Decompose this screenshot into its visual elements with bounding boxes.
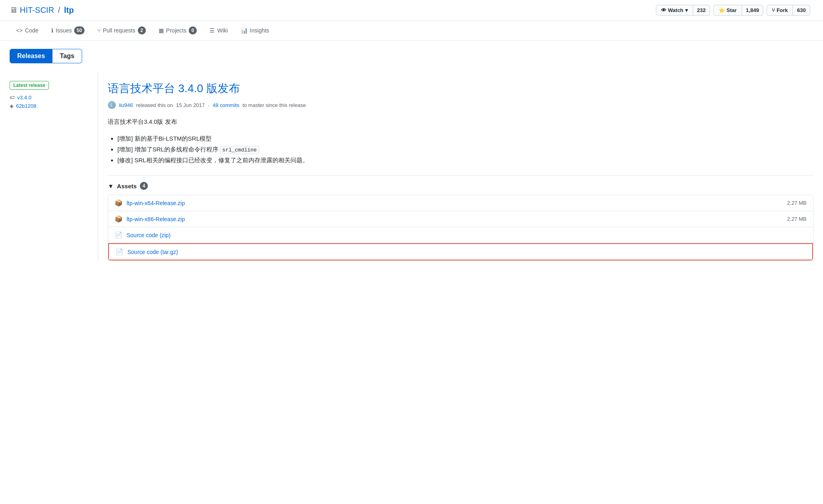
star-group: ⭐ Star 1,849 bbox=[713, 5, 763, 16]
code-inline: srl_cmdline bbox=[220, 146, 259, 154]
author-link[interactable]: liu946 bbox=[119, 102, 133, 108]
pr-icon: ⑂ bbox=[97, 27, 101, 34]
projects-badge: 0 bbox=[189, 26, 197, 34]
star-count[interactable]: 1,849 bbox=[742, 5, 764, 16]
tab-issues[interactable]: ℹ Issues 50 bbox=[45, 21, 91, 41]
zip-icon: 📦 bbox=[115, 215, 123, 223]
page-header: 🖥 HIT-SCIR / ltp 👁 Watch ▾ 232 ⭐ Star 1,… bbox=[0, 0, 823, 21]
fork-group: ⑂ Fork 630 bbox=[767, 5, 810, 16]
fork-count[interactable]: 630 bbox=[793, 5, 810, 16]
watch-button[interactable]: 👁 Watch ▾ bbox=[656, 5, 693, 16]
commits-link[interactable]: 48 commits bbox=[213, 102, 239, 108]
watch-group: 👁 Watch ▾ 232 bbox=[656, 5, 710, 16]
asset-size: 2.27 MB bbox=[787, 216, 807, 222]
zip-icon: 📦 bbox=[115, 199, 123, 207]
repo-title: 🖥 HIT-SCIR / ltp bbox=[10, 6, 74, 15]
insights-icon: 📊 bbox=[241, 27, 248, 34]
asset-item-highlighted: 📄 Source code (tar.gz) bbox=[108, 243, 813, 260]
commits-suffix: to master since this release bbox=[242, 102, 306, 108]
assets-list: 📦 ltp-win-x64-Release.zip 2.27 MB 📦 ltp-… bbox=[108, 195, 813, 261]
released-text: released this on bbox=[136, 102, 173, 108]
release-meta: L liu946 released this on 15 Jun 2017 · … bbox=[108, 101, 813, 109]
eye-icon: 👁 bbox=[661, 7, 666, 13]
sidebar-commit: ◈ 62b1208 bbox=[10, 103, 91, 109]
nav-tabs: <> Code ℹ Issues 50 ⑂ Pull requests 2 ▦ … bbox=[0, 21, 823, 41]
repo-icon: 🖥 bbox=[10, 6, 20, 14]
tab-projects[interactable]: ▦ Projects 0 bbox=[152, 21, 204, 41]
divider bbox=[108, 175, 813, 175]
separator: / bbox=[58, 6, 61, 14]
release-description: 语言技术平台3.4.0版 发布 bbox=[108, 117, 813, 127]
dot-separator: · bbox=[208, 102, 210, 108]
asset-link[interactable]: ltp-win-x64-Release.zip bbox=[127, 200, 185, 206]
pr-badge: 2 bbox=[138, 26, 146, 34]
tab-wiki[interactable]: ☰ Wiki bbox=[203, 22, 234, 40]
watch-count[interactable]: 232 bbox=[693, 5, 710, 16]
repo-link[interactable]: ltp bbox=[64, 6, 74, 14]
tab-pull-requests[interactable]: ⑂ Pull requests 2 bbox=[91, 21, 152, 41]
src-icon: 📄 bbox=[115, 231, 123, 239]
assets-label: Assets bbox=[117, 183, 137, 190]
star-button[interactable]: ⭐ Star bbox=[713, 5, 742, 16]
header-actions: 👁 Watch ▾ 232 ⭐ Star 1,849 ⑂ Fork 630 bbox=[656, 5, 813, 16]
sidebar-tag: 🏷 v3.4.0 bbox=[10, 95, 91, 101]
list-item: [增加] 增加了SRL的多线程命令行程序 srl_cmdline bbox=[117, 144, 813, 155]
fork-button[interactable]: ⑂ Fork bbox=[767, 5, 793, 16]
latest-release-badge: Latest release bbox=[10, 81, 49, 90]
project-icon: ▦ bbox=[159, 27, 164, 34]
releases-header: Releases Tags bbox=[0, 41, 823, 71]
asset-link[interactable]: Source code (tar.gz) bbox=[127, 249, 178, 255]
star-icon: ⭐ bbox=[718, 7, 725, 13]
release-date: 15 Jun 2017 bbox=[176, 102, 205, 108]
issue-icon: ℹ bbox=[51, 27, 53, 34]
issues-badge: 50 bbox=[74, 26, 84, 34]
commit-icon: ◈ bbox=[10, 103, 14, 109]
releases-tab-button[interactable]: Releases bbox=[10, 49, 52, 63]
chevron-down-icon: ▾ bbox=[685, 7, 688, 13]
org-link[interactable]: HIT-SCIR bbox=[20, 6, 54, 14]
commit-link[interactable]: 62b1208 bbox=[16, 103, 36, 109]
assets-count: 4 bbox=[140, 182, 148, 190]
asset-item: 📄 Source code (zip) bbox=[108, 227, 813, 243]
avatar: L bbox=[108, 101, 116, 109]
release-bullets: [增加] 新的基于Bi-LSTM的SRL模型 [增加] 增加了SRL的多线程命令… bbox=[108, 133, 813, 165]
tag-link[interactable]: v3.4.0 bbox=[17, 95, 31, 101]
asset-link[interactable]: ltp-win-x86-Release.zip bbox=[127, 216, 185, 222]
src-icon: 📄 bbox=[115, 248, 123, 256]
asset-link[interactable]: Source code (zip) bbox=[127, 232, 171, 238]
release-sidebar: Latest release 🏷 v3.4.0 ◈ 62b1208 bbox=[10, 71, 98, 261]
assets-header[interactable]: ▼ Assets 4 bbox=[108, 182, 813, 190]
tag-icon: 🏷 bbox=[10, 95, 15, 101]
triangle-icon: ▼ bbox=[108, 183, 114, 190]
list-item: [增加] 新的基于Bi-LSTM的SRL模型 bbox=[117, 133, 813, 144]
asset-size: 2.27 MB bbox=[787, 200, 807, 206]
code-icon: <> bbox=[16, 27, 22, 34]
tab-insights[interactable]: 📊 Insights bbox=[234, 22, 276, 40]
asset-item: 📦 ltp-win-x86-Release.zip 2.27 MB bbox=[108, 211, 813, 227]
fork-icon: ⑂ bbox=[772, 7, 775, 13]
release-content: 语言技术平台 3.4.0 版发布 L liu946 released this … bbox=[98, 71, 813, 261]
content-area: Latest release 🏷 v3.4.0 ◈ 62b1208 语言技术平台… bbox=[0, 71, 823, 270]
wiki-icon: ☰ bbox=[210, 27, 215, 34]
release-title[interactable]: 语言技术平台 3.4.0 版发布 bbox=[108, 81, 813, 96]
tags-tab-button[interactable]: Tags bbox=[52, 49, 82, 63]
asset-item: 📦 ltp-win-x64-Release.zip 2.27 MB bbox=[108, 195, 813, 211]
tab-code[interactable]: <> Code bbox=[10, 22, 45, 40]
list-item: [修改] SRL相关的编程接口已经改变，修复了之前内存泄露的相关问题。 bbox=[117, 155, 813, 165]
